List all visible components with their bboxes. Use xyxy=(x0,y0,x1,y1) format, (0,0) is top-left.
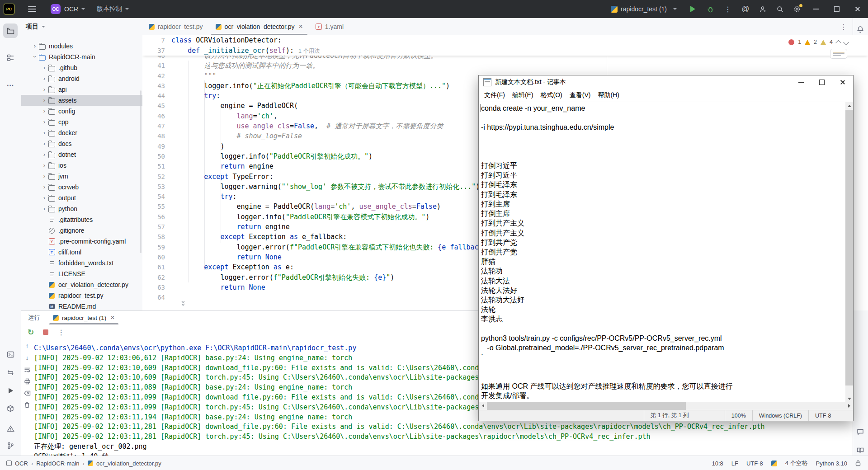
tree-item-output[interactable]: ›output xyxy=(21,193,142,203)
notepad-horizontal-scrollbar[interactable] xyxy=(479,402,853,410)
tree-item-README.md[interactable]: README.md xyxy=(21,301,142,310)
caret-position-widget[interactable]: 10:8 xyxy=(712,460,723,467)
tree-item-.gitignore[interactable]: .gitignore xyxy=(21,225,142,236)
chevron-icon[interactable]: › xyxy=(41,97,48,103)
code-line-37[interactable]: 37 def _initialize_ocr(self):1 个用法 xyxy=(142,46,868,56)
notepad-title-bar[interactable]: 新建文本文档.txt - 记事本 xyxy=(479,75,853,89)
vcs-toolwindow-icon[interactable] xyxy=(3,438,18,453)
python-interpreter-widget[interactable]: Python 3.10 xyxy=(816,460,847,467)
tree-item-api[interactable]: ›api xyxy=(21,84,142,95)
close-button[interactable] xyxy=(847,0,868,18)
settings-icon[interactable] xyxy=(788,3,806,15)
tree-item-.pre-commit-config.yaml[interactable]: .pre-commit-config.yaml xyxy=(21,236,142,247)
project-scrollbar[interactable] xyxy=(140,90,142,253)
tab-rapidocr-test[interactable]: rapidocr_test.py xyxy=(142,18,209,35)
next-problem-icon[interactable] xyxy=(843,39,849,45)
learn-toolwindow-icon[interactable] xyxy=(854,443,867,456)
structure-toolwindow-icon[interactable] xyxy=(3,51,18,65)
zoom-level[interactable]: 100% xyxy=(725,410,752,421)
run-config-selector[interactable]: rapidocr_test (1) xyxy=(611,5,677,13)
menu-edit[interactable]: 编辑(E) xyxy=(509,91,537,99)
notepad-vertical-scrollbar[interactable] xyxy=(845,102,853,402)
chevron-icon[interactable]: › xyxy=(41,183,48,190)
tree-item-config[interactable]: ›config xyxy=(21,106,142,117)
chevron-icon[interactable]: › xyxy=(41,108,48,114)
tree-item-docs[interactable]: ›docs xyxy=(21,138,142,149)
breadcrumb-project[interactable]: OCR xyxy=(15,460,28,467)
scroll-left-icon[interactable] xyxy=(479,402,487,410)
maximize-button[interactable] xyxy=(826,0,847,18)
chevron-icon[interactable]: › xyxy=(41,64,48,71)
chevron-icon[interactable]: › xyxy=(31,42,38,49)
chevron-icon[interactable]: › xyxy=(41,118,48,125)
project-panel-header[interactable]: 项目 xyxy=(21,18,142,35)
run-tab[interactable]: rapidocr_test (1) × xyxy=(48,311,119,324)
chevron-icon[interactable]: › xyxy=(41,129,48,136)
project-toolwindow-icon[interactable] xyxy=(3,24,18,38)
add-user-icon[interactable] xyxy=(754,3,771,15)
tree-item-RapidOCR-main[interactable]: ›RapidOCR-main xyxy=(21,52,142,62)
chevron-icon[interactable]: › xyxy=(41,205,48,212)
tree-item-.gitattributes[interactable]: .gitattributes xyxy=(21,214,142,225)
minimize-button[interactable] xyxy=(806,0,826,18)
run-button[interactable] xyxy=(690,6,695,12)
notepad-text-area[interactable]: conda create -n your_env_name-i https://… xyxy=(479,102,853,402)
terminal-toolwindow-icon[interactable] xyxy=(3,347,18,362)
project-selector[interactable]: OCR xyxy=(64,5,85,13)
menu-help[interactable]: 帮助(H) xyxy=(594,91,623,99)
previous-problem-icon[interactable] xyxy=(835,40,841,46)
next-occurrence-icon[interactable]: ↓ xyxy=(26,355,29,361)
print-icon[interactable] xyxy=(24,378,31,385)
problems-toolwindow-icon[interactable] xyxy=(3,421,18,436)
chevron-icon[interactable]: › xyxy=(41,162,48,169)
tree-item-cpp[interactable]: ›cpp xyxy=(21,117,142,127)
tree-item-android[interactable]: ›android xyxy=(21,73,142,84)
notifications-bell-icon[interactable] xyxy=(854,23,867,36)
horizontal-scroll-thumb[interactable] xyxy=(487,402,686,410)
tree-item-LICENSE[interactable]: LICENSE xyxy=(21,268,142,279)
clear-console-icon[interactable] xyxy=(24,390,31,396)
services-toolwindow-icon[interactable] xyxy=(3,365,18,380)
soft-wrap-icon[interactable] xyxy=(24,367,31,372)
run-more-options-icon[interactable]: ⋮ xyxy=(57,328,65,337)
code-line-41[interactable]: 41 这与您成功的测试脚本中的行为一致。 xyxy=(142,61,868,70)
inspection-highlights-button[interactable] xyxy=(830,49,847,59)
tree-item-docker[interactable]: ›docker xyxy=(21,127,142,138)
more-actions-icon[interactable]: ⋮ xyxy=(724,5,731,14)
notepad-close-button[interactable] xyxy=(832,75,853,89)
rerun-button[interactable]: ↻ xyxy=(28,328,34,337)
notepad-minimize-button[interactable] xyxy=(791,75,811,89)
chevron-icon[interactable]: › xyxy=(32,53,38,60)
stop-button[interactable] xyxy=(43,329,48,335)
tree-item-jvm[interactable]: ›jvm xyxy=(21,171,142,182)
tab-1-yaml[interactable]: 1.yaml xyxy=(309,18,350,35)
tree-item-ocr_violation_detector.py[interactable]: ocr_violation_detector.py xyxy=(21,279,142,290)
tree-item-.github[interactable]: ›.github xyxy=(21,62,142,73)
trash-icon[interactable] xyxy=(24,402,30,408)
debug-button[interactable] xyxy=(702,3,719,15)
tree-item-forbidden_words.txt[interactable]: forbidden_words.txt xyxy=(21,258,142,268)
chevron-icon[interactable]: › xyxy=(41,151,48,158)
tab-options-icon[interactable]: ⋮ xyxy=(840,23,847,31)
tree-item-dotnet[interactable]: ›dotnet xyxy=(21,149,142,160)
menu-view[interactable]: 查看(V) xyxy=(566,91,594,99)
code-line-7[interactable]: 7class OCRViolationDetector: xyxy=(142,35,868,46)
chevron-icon[interactable]: › xyxy=(41,75,48,82)
more-toolwindows-icon[interactable]: ⋯ xyxy=(3,78,18,92)
encoding-widget[interactable]: UTF-8 xyxy=(746,460,763,467)
tree-item-modules[interactable]: ›modules xyxy=(21,41,142,52)
tree-item-rapidocr_test.py[interactable]: rapidocr_test.py xyxy=(21,290,142,301)
chevron-icon[interactable]: › xyxy=(41,140,48,147)
menu-format[interactable]: 格式(O) xyxy=(537,91,566,99)
notepad-maximize-button[interactable] xyxy=(811,75,832,89)
interpreter-icon[interactable] xyxy=(771,461,777,466)
tree-item-cliff.toml[interactable]: cliff.toml xyxy=(21,247,142,258)
inspections-widget[interactable]: 1 2 4 xyxy=(788,39,848,45)
run-toolwindow-icon[interactable] xyxy=(3,383,18,398)
lock-icon[interactable] xyxy=(855,460,861,466)
main-menu-icon[interactable] xyxy=(28,6,36,12)
scroll-down-icon[interactable] xyxy=(845,395,853,402)
vertical-scroll-thumb[interactable] xyxy=(845,110,853,385)
menu-file[interactable]: 文件(F) xyxy=(481,91,509,99)
tree-item-python[interactable]: ›python xyxy=(21,203,142,214)
